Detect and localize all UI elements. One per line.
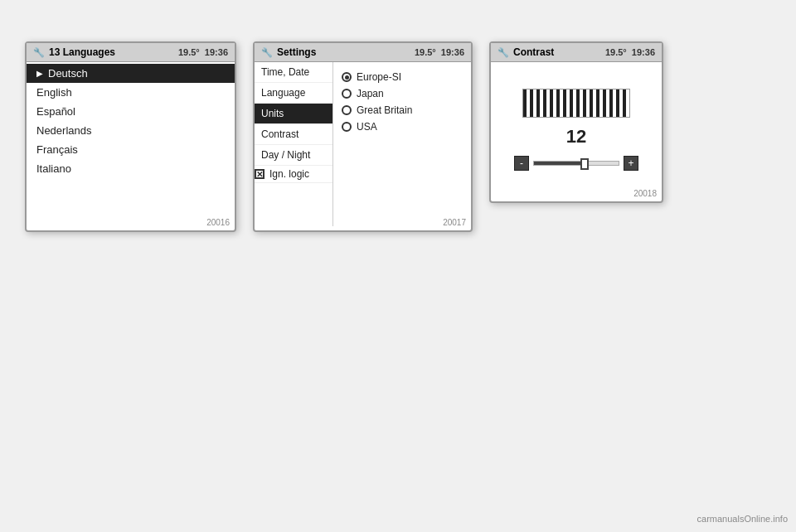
contrast-slider[interactable]: - + [514,156,638,171]
ign-logic-checkbox[interactable]: ✕ [255,169,265,179]
lang-label-deutsch: Deutsch [48,67,88,80]
contrast-wrench-icon: 🔧 [498,47,509,58]
unit-great-britain-label: Great Britain [357,104,412,116]
lang-item-francais[interactable]: Français [27,140,235,159]
settings-header-info: 19.5° 19:36 [415,47,464,57]
lang-item-espanol[interactable]: Español [27,102,235,121]
lang-label-english: English [36,86,72,99]
lang-item-english[interactable]: English [27,83,235,102]
unit-usa-label: USA [357,121,377,133]
selected-arrow-icon: ▶ [36,69,43,78]
slider-track[interactable] [533,161,619,166]
unit-japan[interactable]: Japan [342,85,463,102]
contrast-title: Contrast [513,46,605,58]
contrast-minus-button[interactable]: - [514,156,529,171]
settings-menu: Time, Date Language Units Contrast Day /… [255,62,333,226]
unit-japan-label: Japan [357,88,384,99]
languages-header: 🔧 13 Languages 19.5° 19:36 [27,43,235,62]
contrast-body: 12 - + [491,62,662,197]
lang-item-italiano[interactable]: Italiano [27,159,235,178]
radio-japan[interactable] [342,89,352,99]
lang-item-deutsch[interactable]: ▶ Deutsch [27,64,235,83]
languages-time: 19:36 [205,47,228,57]
radio-great-britain[interactable] [342,105,352,115]
panel2-number: 20017 [443,218,466,227]
lang-label-francais: Français [36,143,78,156]
radio-europe-si[interactable] [342,72,352,82]
settings-header: 🔧 Settings 19.5° 19:36 [255,43,471,62]
slider-fill [534,162,585,165]
settings-panel: 🔧 Settings 19.5° 19:36 Time, Date Langua… [253,41,473,232]
contrast-checker-pattern [522,89,630,118]
wrench-icon: 🔧 [33,47,45,58]
units-content: Europe-SI Japan Great Britain USA [333,62,471,226]
settings-time: 19:36 [441,47,464,57]
settings-temp: 19.5° [415,47,436,57]
radio-usa[interactable] [342,122,352,132]
lang-item-nederlands[interactable]: Nederlands [27,121,235,140]
unit-europe-si-label: Europe-SI [357,71,401,83]
unit-europe-si[interactable]: Europe-SI [342,69,463,85]
settings-title: Settings [277,46,415,58]
contrast-temp: 19.5° [605,47,627,57]
languages-title: 13 Languages [49,46,178,58]
languages-temp: 19.5° [178,47,200,57]
menu-item-language[interactable]: Language [255,83,332,104]
languages-header-info: 19.5° 19:36 [178,47,228,57]
contrast-header: 🔧 Contrast 19.5° 19:36 [491,43,662,62]
watermark: carmanualsOnline.info [697,514,788,524]
languages-panel: 🔧 13 Languages 19.5° 19:36 ▶ Deutsch Eng… [25,41,236,232]
settings-body: Time, Date Language Units Contrast Day /… [255,62,471,226]
contrast-panel: 🔧 Contrast 19.5° 19:36 12 - + 20018 [489,41,663,203]
slider-thumb[interactable] [580,158,589,170]
contrast-value: 12 [566,126,586,148]
settings-wrench-icon: 🔧 [261,47,273,58]
contrast-plus-button[interactable]: + [624,156,638,171]
menu-item-time-date[interactable]: Time, Date [255,62,332,83]
lang-label-italiano: Italiano [36,162,71,175]
unit-usa[interactable]: USA [342,118,463,135]
language-list: ▶ Deutsch English Español Nederlands Fra… [27,62,235,180]
panel3-number: 20018 [633,189,657,198]
menu-item-contrast[interactable]: Contrast [255,124,332,145]
contrast-header-info: 19.5° 19:36 [605,47,655,57]
lang-label-nederlands: Nederlands [36,124,92,137]
menu-item-ign-logic[interactable]: ✕ Ign. logic [255,166,332,183]
page-container: 🔧 13 Languages 19.5° 19:36 ▶ Deutsch Eng… [0,0,796,532]
menu-item-day-night[interactable]: Day / Night [255,145,332,166]
unit-great-britain[interactable]: Great Britain [342,102,463,118]
contrast-time: 19:36 [632,47,655,57]
menu-item-units[interactable]: Units [255,104,332,124]
panel1-number: 20016 [206,218,230,227]
lang-label-espanol: Español [36,105,75,118]
